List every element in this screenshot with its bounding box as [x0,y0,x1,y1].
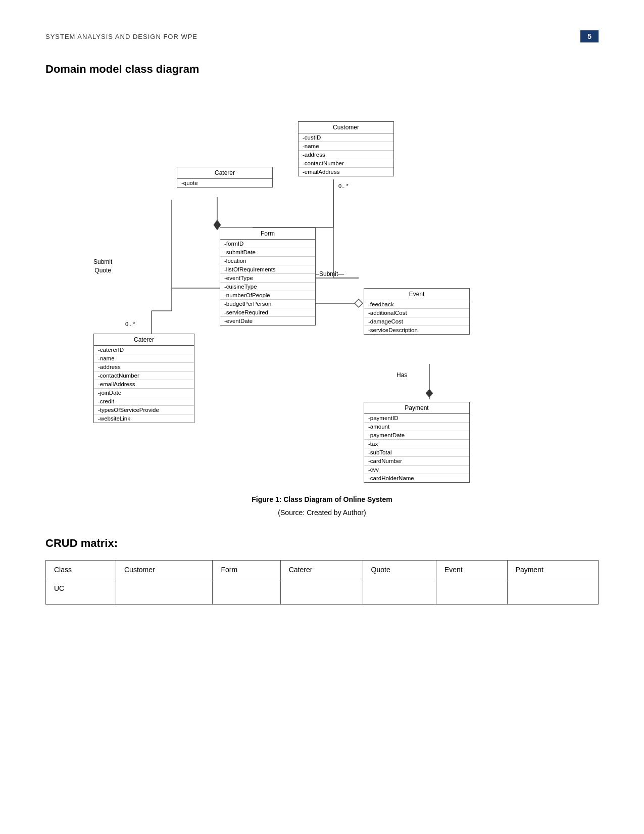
table-row: UC [46,579,599,605]
submit-label: —Submit— [313,270,344,277]
multiplicity-label-2: 0.. * [125,321,135,327]
page: SYSTEM ANALYSIS AND DESIGN FOR WPE 5 Dom… [0,0,644,834]
row-uc-form [213,579,280,605]
page-number: 5 [580,30,599,42]
customer-class: Customer -custID -name -address -contact… [298,121,394,176]
form-class: Form -formID -submitDate -location -list… [220,227,316,326]
col-caterer: Caterer [280,561,363,579]
caterer-top-class: Caterer -quote [177,167,273,188]
figure-caption: Figure 1: Class Diagram of Online System [45,495,599,503]
figure-source: (Source: Created by Author) [45,508,599,517]
row-uc-quote [363,579,436,605]
payment-class: Payment -paymentID -amount -paymentDate … [364,402,470,483]
row-uc-event [436,579,507,605]
page-header: SYSTEM ANALYSIS AND DESIGN FOR WPE 5 [45,30,599,42]
has-label: Has [397,372,407,379]
col-form: Form [213,561,280,579]
col-class: Class [46,561,116,579]
col-quote: Quote [363,561,436,579]
row-uc-class: UC [46,579,116,605]
row-uc-payment [507,579,598,605]
row-uc-customer [116,579,213,605]
submit-quote-label: SubmitQuote [93,258,112,275]
caterer-full-class: Caterer -catererID -name -address -conta… [93,334,194,423]
event-class: Event -feedback -additionalCost -damageC… [364,288,470,335]
col-event: Event [436,561,507,579]
section1-heading: Domain model class diagram [45,63,599,76]
col-customer: Customer [116,561,213,579]
crud-heading: CRUD matrix: [45,537,599,550]
class-diagram: Customer -custID -name -address -contact… [45,91,599,485]
svg-marker-13 [355,299,363,307]
svg-marker-15 [426,389,433,397]
crud-header-row: Class Customer Form Caterer Quote Event … [46,561,599,579]
header-title: SYSTEM ANALYSIS AND DESIGN FOR WPE [45,33,197,40]
multiplicity-label-1: 0.. * [338,183,349,189]
crud-table: Class Customer Form Caterer Quote Event … [45,560,599,605]
row-uc-caterer [280,579,363,605]
col-payment: Payment [507,561,598,579]
